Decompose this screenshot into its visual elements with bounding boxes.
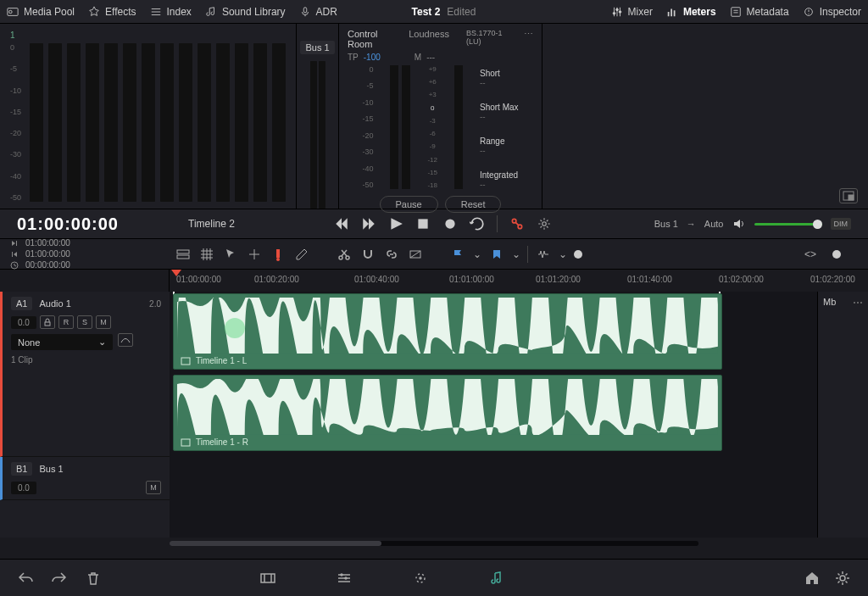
index-icon bbox=[150, 6, 162, 18]
fairlight-page-icon[interactable] bbox=[488, 570, 505, 587]
code-icon[interactable]: <> bbox=[802, 246, 819, 263]
track-header-b1[interactable]: B1 Bus 1 0.0 M bbox=[0, 457, 170, 500]
control-room-panel: Control Room Loudness BS.1770-1 (LU) ⋯ T… bbox=[339, 24, 542, 209]
scrollbar-thumb[interactable] bbox=[170, 541, 381, 546]
play-button[interactable] bbox=[388, 216, 403, 231]
effects-tab[interactable]: Effects bbox=[88, 6, 136, 18]
redo-button[interactable] bbox=[51, 570, 68, 587]
svg-rect-55 bbox=[261, 574, 275, 582]
grid-icon[interactable] bbox=[198, 246, 215, 263]
m-label: M bbox=[415, 53, 421, 62]
range-tool[interactable] bbox=[246, 246, 263, 263]
timeline-name[interactable]: Timeline 2 bbox=[188, 218, 290, 230]
timeline-ruler[interactable]: 01:00:00:00 01:00:20:00 01:00:40:00 01:0… bbox=[0, 270, 868, 292]
sound-library-tab[interactable]: Sound Library bbox=[205, 6, 286, 18]
loudness-readouts: Short-- Short Max-- Range-- Integrated-- bbox=[480, 65, 519, 189]
automation-curve-icon[interactable] bbox=[118, 333, 133, 347]
track-fader-value[interactable]: 0.0 bbox=[11, 482, 36, 494]
expand-view-button[interactable] bbox=[839, 188, 858, 203]
transient-icon[interactable] bbox=[535, 246, 552, 263]
solo-button[interactable]: S bbox=[77, 315, 92, 329]
monitor-auto[interactable]: Auto bbox=[704, 219, 724, 229]
bus-meter-panel: Bus 1 bbox=[297, 24, 339, 209]
cr-meter-l bbox=[390, 65, 398, 189]
cr-scale-left: 0-5-10-15-20-30-40-50 bbox=[362, 65, 373, 189]
track-input-select[interactable]: None⌄ bbox=[11, 334, 113, 350]
index-tab[interactable]: Index bbox=[150, 6, 192, 18]
zoom-knob[interactable] bbox=[574, 250, 582, 259]
svg-point-28 bbox=[542, 222, 547, 226]
effects-label: Effects bbox=[105, 6, 136, 18]
fast-forward-button[interactable] bbox=[361, 216, 376, 231]
speaker-icon[interactable] bbox=[732, 217, 746, 231]
record-arm-button[interactable]: R bbox=[58, 315, 74, 329]
sound-library-icon bbox=[205, 6, 217, 18]
trash-icon[interactable] bbox=[85, 570, 102, 587]
chevron-down-icon[interactable]: ⌄ bbox=[559, 246, 567, 263]
mute-button[interactable]: M bbox=[146, 481, 161, 494]
track-fader-value[interactable]: 0.0 bbox=[11, 316, 36, 329]
mute-button[interactable]: M bbox=[96, 315, 111, 329]
tc-in[interactable]: 01:00:00:00 bbox=[25, 238, 70, 248]
reset-button[interactable]: Reset bbox=[445, 196, 502, 213]
main-timecode[interactable]: 01:00:00:00 bbox=[17, 214, 161, 234]
chevron-down-icon[interactable]: ⌄ bbox=[473, 246, 481, 263]
meters-tab[interactable]: Meters bbox=[666, 6, 716, 18]
pause-button[interactable]: Pause bbox=[380, 196, 438, 213]
audio-clip-left[interactable]: Timeline 1 - L bbox=[173, 293, 722, 370]
flag-blue-icon[interactable] bbox=[449, 246, 466, 263]
record-button[interactable] bbox=[442, 216, 458, 231]
track-headers: A1 Audio 1 2.0 0.0 R S M None⌄ 1 Clip B1… bbox=[0, 292, 170, 538]
edit-page-icon[interactable] bbox=[412, 570, 429, 587]
more-icon[interactable]: ⋯ bbox=[853, 297, 863, 532]
svg-rect-32 bbox=[177, 250, 189, 253]
stop-button[interactable] bbox=[415, 216, 431, 231]
media-pool-tab[interactable]: Media Pool bbox=[7, 6, 75, 18]
svg-rect-15 bbox=[731, 7, 740, 16]
volume-slider[interactable] bbox=[754, 223, 822, 226]
dim-button[interactable]: DIM bbox=[831, 218, 852, 230]
undo-button[interactable] bbox=[17, 570, 34, 587]
in-icon[interactable] bbox=[10, 239, 19, 248]
lock-icon[interactable] bbox=[40, 315, 55, 329]
audio-clip-right[interactable]: Timeline 1 - R bbox=[173, 375, 722, 451]
cut-page-icon[interactable] bbox=[336, 570, 353, 587]
track-header-a1[interactable]: A1 Audio 1 2.0 0.0 R S M None⌄ 1 Clip bbox=[0, 292, 170, 457]
monitor-bus[interactable]: Bus 1 bbox=[654, 219, 678, 229]
adr-tab[interactable]: ADR bbox=[299, 6, 337, 18]
chevron-down-icon[interactable]: ⌄ bbox=[512, 246, 520, 263]
razor-tool[interactable] bbox=[336, 246, 353, 263]
media-page-icon[interactable] bbox=[259, 570, 276, 587]
track-lanes[interactable]: Timeline 1 - L Timeline 1 - R bbox=[170, 292, 817, 538]
tc-duration[interactable]: 00:00:00:00 bbox=[25, 260, 70, 270]
settings-gear-icon[interactable] bbox=[537, 216, 552, 231]
options-icon[interactable]: ⋯ bbox=[524, 29, 533, 49]
inspector-tab[interactable]: Inspector bbox=[803, 6, 861, 18]
duration-icon[interactable] bbox=[10, 261, 19, 270]
track-name[interactable]: Audio 1 bbox=[39, 298, 70, 309]
snap-tool[interactable] bbox=[359, 246, 376, 263]
svg-rect-14 bbox=[674, 10, 676, 16]
out-icon[interactable] bbox=[10, 250, 19, 259]
pointer-tool[interactable] bbox=[222, 246, 239, 263]
automation-button[interactable] bbox=[509, 216, 525, 231]
pencil-tool[interactable] bbox=[293, 246, 310, 263]
timeline-view-icon[interactable] bbox=[175, 246, 192, 263]
tc-out[interactable]: 01:00:00:00 bbox=[25, 249, 70, 259]
horizontal-scrollbar[interactable] bbox=[0, 538, 868, 549]
height-knob[interactable] bbox=[832, 250, 841, 259]
marker-blue-icon[interactable] bbox=[488, 246, 505, 263]
marker-tool[interactable] bbox=[270, 246, 287, 263]
link-tool[interactable] bbox=[383, 246, 400, 263]
track-name[interactable]: Bus 1 bbox=[39, 464, 63, 474]
crossfade-tool[interactable] bbox=[407, 246, 424, 263]
loop-button[interactable] bbox=[470, 216, 485, 231]
project-title-area: Test 2 Edited bbox=[412, 6, 476, 18]
settings-icon[interactable] bbox=[834, 570, 851, 587]
metadata-tab[interactable]: Metadata bbox=[730, 6, 789, 18]
inspector-label: Inspector bbox=[820, 6, 861, 18]
svg-point-62 bbox=[345, 577, 347, 579]
mixer-tab[interactable]: Mixer bbox=[611, 6, 653, 18]
rewind-button[interactable] bbox=[334, 216, 349, 231]
home-icon[interactable] bbox=[804, 570, 821, 587]
